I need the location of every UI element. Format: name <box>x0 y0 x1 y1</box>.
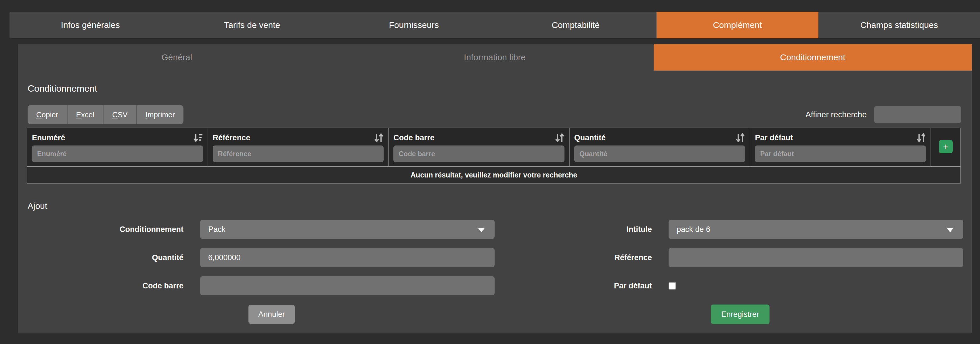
table-toolbar: Copier Excel CSV Imprimer Affiner recher… <box>28 105 961 125</box>
par-defaut-label: Par défaut <box>495 282 668 290</box>
csv-button[interactable]: CSV <box>103 105 137 124</box>
print-button[interactable]: Imprimer <box>137 105 184 124</box>
section-title-conditionnement: Conditionnement <box>28 83 97 94</box>
column-par-defaut[interactable]: Par défaut <box>750 128 931 166</box>
sort-amount-icon <box>193 133 203 142</box>
refine-search-input[interactable] <box>874 106 961 123</box>
intitule-select[interactable]: pack de 6 <box>668 220 963 239</box>
code-barre-input[interactable] <box>200 276 495 295</box>
section-title-ajout: Ajout <box>28 201 47 211</box>
conditionnement-select-value: Pack <box>200 220 495 239</box>
tab-champs-statistiques[interactable]: Champs statistiques <box>818 12 980 38</box>
code-barre-label: Code barre <box>27 282 200 290</box>
excel-button[interactable]: Excel <box>68 105 104 124</box>
column-reference-sort-header[interactable]: Référence <box>213 131 384 144</box>
column-quantite-sort-header[interactable]: Quantité <box>574 131 745 144</box>
subtab-conditionnement[interactable]: Conditionnement <box>654 44 972 70</box>
par-defaut-checkbox[interactable] <box>668 282 676 290</box>
tab-infos-generales[interactable]: Infos générales <box>10 12 171 38</box>
conditionnement-label: Conditionnement <box>27 225 200 234</box>
sort-both-icon <box>374 133 383 142</box>
column-reference-label: Référence <box>213 133 250 142</box>
column-code-barre-label: Code barre <box>393 133 434 142</box>
filter-reference-input[interactable] <box>213 146 384 162</box>
sort-both-icon <box>555 133 565 142</box>
tab-fournisseurs[interactable]: Fournisseurs <box>333 12 495 38</box>
table-header-row: Enuméré Référence <box>27 128 961 167</box>
quantite-label: Quantité <box>27 253 200 262</box>
filter-code-barre-input[interactable] <box>393 146 565 162</box>
tab-tarifs-de-vente[interactable]: Tarifs de vente <box>171 12 333 38</box>
tab-comptabilite[interactable]: Comptabilité <box>495 12 657 38</box>
copy-button[interactable]: Copier <box>28 105 68 124</box>
filter-enumere-input[interactable] <box>32 146 203 162</box>
save-button[interactable]: Enregistrer <box>711 304 770 324</box>
refine-search-label: Affiner recherche <box>805 110 867 119</box>
top-tab-bar: Infos générales Tarifs de vente Fourniss… <box>10 12 980 38</box>
refine-search: Affiner recherche <box>805 105 961 124</box>
sort-both-icon <box>916 133 926 142</box>
column-quantite-label: Quantité <box>574 133 606 142</box>
complement-panel: Général Information libre Conditionnemen… <box>18 44 972 333</box>
sort-both-icon <box>735 133 745 142</box>
export-button-group: Copier Excel CSV Imprimer <box>28 105 183 124</box>
column-code-barre-sort-header[interactable]: Code barre <box>393 131 565 144</box>
column-par-defaut-sort-header[interactable]: Par défaut <box>755 131 926 144</box>
chevron-down-icon <box>947 228 953 232</box>
conditionnement-select[interactable]: Pack <box>200 220 495 239</box>
sub-tab-bar: Général Information libre Conditionnemen… <box>18 44 972 70</box>
filter-quantite-input[interactable] <box>574 146 745 162</box>
chevron-down-icon <box>478 228 485 232</box>
subtab-general[interactable]: Général <box>18 44 336 70</box>
tab-complement[interactable]: Complément <box>657 12 818 38</box>
column-enumere-sort-header[interactable]: Enuméré <box>32 131 203 144</box>
table-empty-message: Aucun résultat, veuillez modifier votre … <box>27 167 961 183</box>
column-enumere[interactable]: Enuméré <box>27 128 208 166</box>
column-quantite[interactable]: Quantité <box>570 128 751 166</box>
conditionnement-table: Enuméré Référence <box>27 128 961 184</box>
filter-par-defaut-input[interactable] <box>755 146 926 162</box>
add-row-button[interactable]: + <box>939 140 953 153</box>
subtab-information-libre[interactable]: Information libre <box>336 44 654 70</box>
reference-label: Référence <box>495 253 668 262</box>
intitule-select-value: pack de 6 <box>668 220 963 239</box>
column-enumere-label: Enuméré <box>32 133 65 142</box>
add-row-column: + <box>931 128 961 166</box>
cancel-button[interactable]: Annuler <box>248 305 295 324</box>
ajout-form: Conditionnement Pack Intitule pack de 6 … <box>27 220 963 324</box>
reference-input[interactable] <box>668 248 963 267</box>
column-code-barre[interactable]: Code barre <box>389 128 570 166</box>
quantite-input[interactable] <box>200 248 495 267</box>
intitule-label: Intitule <box>495 225 668 234</box>
column-reference[interactable]: Référence <box>208 128 389 166</box>
column-par-defaut-label: Par défaut <box>755 133 793 142</box>
